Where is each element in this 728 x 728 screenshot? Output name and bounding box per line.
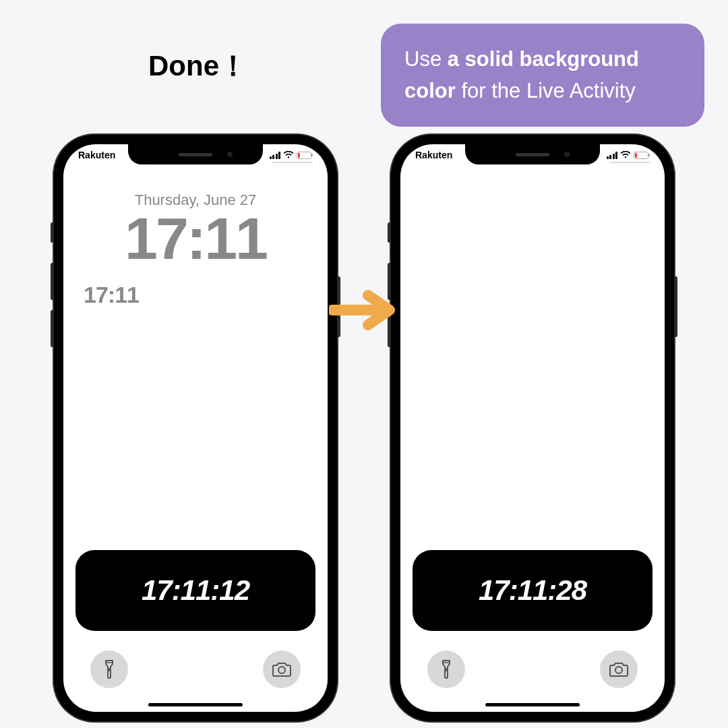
volume-down-button (51, 310, 54, 347)
callout-bubble: Use a solid background color for the Liv… (381, 24, 704, 127)
live-activity-time: 17:11:28 (479, 574, 586, 607)
signal-icon (607, 152, 618, 159)
svg-point-1 (278, 667, 285, 673)
phone-mockup-left: Rakuten Thursday, June 27 17:11 17:11 17… (54, 135, 337, 721)
live-activity-card[interactable]: 17:11:12 (75, 550, 315, 631)
flashlight-icon (439, 660, 454, 679)
silence-switch (51, 222, 54, 243)
camera-icon (272, 662, 291, 677)
flashlight-button[interactable] (90, 650, 128, 688)
battery-icon (297, 152, 313, 159)
live-activity-time: 17:11:12 (142, 574, 249, 607)
wifi-icon (620, 151, 631, 159)
status-underline (609, 162, 650, 163)
phone-mockup-right: Rakuten 17:11:28 (391, 135, 674, 721)
flashlight-icon (102, 660, 117, 679)
carrier-label: Rakuten (78, 150, 115, 160)
status-underline (272, 162, 313, 163)
svg-point-3 (615, 667, 622, 673)
home-indicator[interactable] (485, 703, 580, 706)
camera-button[interactable] (263, 650, 301, 688)
phone-screen-left: Rakuten Thursday, June 27 17:11 17:11 17… (63, 144, 328, 712)
battery-icon (634, 152, 650, 159)
status-bar: Rakuten (400, 150, 665, 160)
lockscreen-subtime: 17:11 (84, 282, 328, 308)
done-label: Done！ (148, 47, 247, 85)
wifi-icon (283, 151, 294, 159)
phone-screen-right: Rakuten 17:11:28 (400, 144, 665, 712)
volume-up-button (51, 263, 54, 300)
silence-switch (388, 222, 391, 243)
status-bar: Rakuten (63, 150, 328, 160)
live-activity-card[interactable]: 17:11:28 (413, 550, 653, 631)
camera-button[interactable] (600, 650, 638, 688)
power-button (674, 276, 677, 337)
home-indicator[interactable] (148, 703, 243, 706)
flashlight-button[interactable] (427, 650, 465, 688)
callout-text-suffix: for the Live Activity (456, 79, 636, 102)
callout-text-prefix: Use (404, 47, 448, 71)
lockscreen-time: 17:11 (63, 209, 328, 268)
carrier-label: Rakuten (415, 150, 452, 160)
arrow-icon (329, 290, 396, 330)
camera-icon (609, 662, 628, 677)
signal-icon (270, 152, 281, 159)
